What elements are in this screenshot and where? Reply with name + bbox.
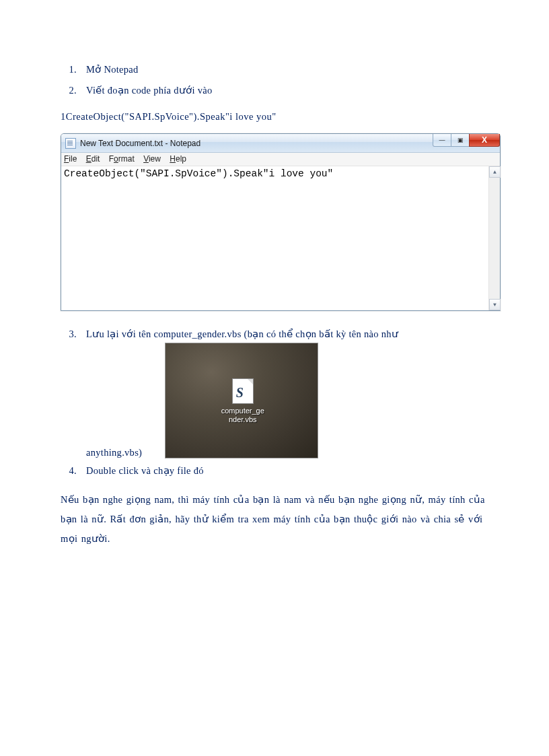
menu-format[interactable]: Format [109,154,135,164]
window-controls: — ▣ X [433,134,500,147]
menu-help[interactable]: Help [170,154,186,164]
menu-view[interactable]: View [143,154,161,164]
step-number: 3. [61,329,77,340]
maximize-button[interactable]: ▣ [451,134,470,147]
notepad-menubar: File Edit Format View Help [61,153,500,166]
menu-edit[interactable]: Edit [86,154,100,164]
vbs-file-icon[interactable]: S computer_ge nder.vbs [219,378,266,424]
step-number: 2. [61,85,77,96]
step-text: Double click và chạy file đó [86,465,204,477]
scroll-up-icon[interactable]: ▲ [489,166,501,178]
step-number: 1. [61,64,77,75]
notepad-titlebar: New Text Document.txt - Notepad — ▣ X [61,134,500,153]
step-3-continuation: anything.vbs) S computer_ge nder.vbs [86,343,488,458]
script-file-icon: S [232,378,254,404]
document-page: 1. Mở Notepad 2. Viết đoạn code phía dướ… [0,0,549,589]
step-text: Viết đoạn code phía dưới vào [86,85,212,96]
file-label: computer_ge nder.vbs [219,407,266,424]
step-3-text-b: anything.vbs) [86,447,142,458]
desktop-screenshot: S computer_ge nder.vbs [165,343,318,458]
step-text: Lưu lại với tên computer_gender.vbs (bạn… [86,329,398,340]
vertical-scrollbar[interactable]: ▲ ▼ [488,166,500,310]
menu-file[interactable]: File [64,154,77,164]
notepad-title: New Text Document.txt - Notepad [80,139,200,148]
step-3: 3. Lưu lại với tên computer_gender.vbs (… [61,329,488,340]
step-2: 2. Viết đoạn code phía dưới vào [61,85,488,96]
inline-code-sample: 1CreateObject("SAPI.SpVoice").Speak"i lo… [61,111,488,123]
step-4: 4. Double click và chạy file đó [61,465,488,477]
notepad-icon [65,138,76,149]
notepad-window: New Text Document.txt - Notepad — ▣ X Fi… [61,133,501,311]
notepad-text-area[interactable]: CreateObject("SAPI.SpVoice").Speak"i lov… [61,166,500,310]
minimize-button[interactable]: — [433,134,451,147]
step-1: 1. Mở Notepad [61,64,488,75]
close-button[interactable]: X [469,134,500,147]
script-glyph: S [236,385,244,401]
step-number: 4. [61,465,77,477]
scroll-down-icon[interactable]: ▼ [489,299,501,310]
closing-paragraph: Nếu bạn nghe giọng nam, thì máy tính của… [61,490,488,549]
step-text: Mở Notepad [86,64,139,75]
notepad-content: CreateObject("SAPI.SpVoice").Speak"i lov… [64,168,333,179]
